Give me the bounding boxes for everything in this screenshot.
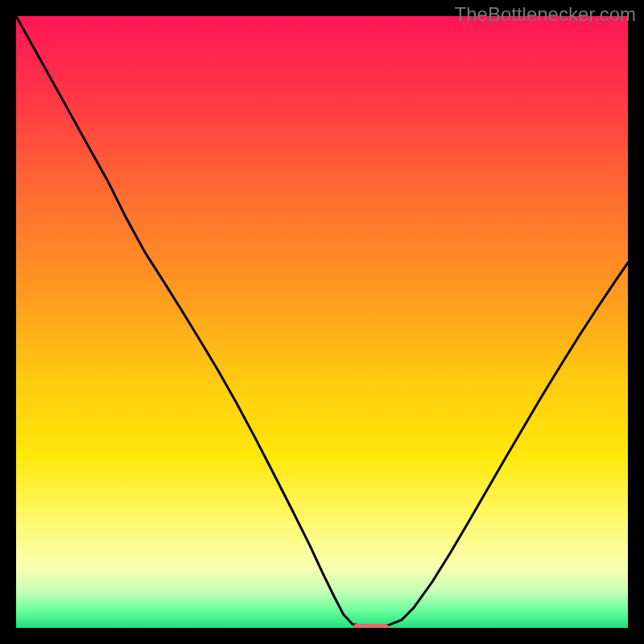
chart-svg (16, 16, 628, 628)
optimal-range-marker (353, 624, 390, 628)
chart-frame: TheBottlenecker.com (0, 0, 644, 644)
watermark-link[interactable]: TheBottlenecker.com (455, 3, 636, 26)
gradient-background (16, 16, 628, 628)
chart-plot-area (16, 16, 628, 628)
